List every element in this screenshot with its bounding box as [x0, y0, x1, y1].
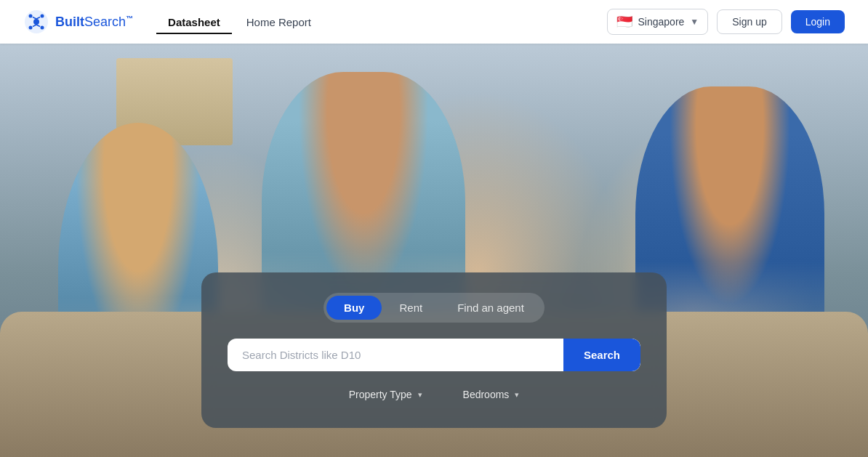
search-widget: Buy Rent Find an agent Search Property T… [201, 272, 667, 428]
tab-buy[interactable]: Buy [326, 296, 382, 320]
logo[interactable]: BuiltSearch™ [23, 9, 133, 35]
property-type-chevron-icon: ▾ [418, 390, 422, 400]
bedrooms-label: Bedrooms [463, 389, 510, 400]
country-name: Singapore [638, 16, 685, 28]
svg-point-2 [29, 15, 33, 18]
bedrooms-chevron-icon: ▾ [515, 390, 519, 400]
nav-links: Datasheet Home Report [156, 10, 606, 34]
bedrooms-filter[interactable]: Bedrooms ▾ [454, 384, 529, 405]
hero: Buy Rent Find an agent Search Property T… [0, 0, 868, 457]
nav-home-report[interactable]: Home Report [235, 10, 323, 34]
property-type-filter[interactable]: Property Type ▾ [340, 384, 431, 405]
tab-find-agent[interactable]: Find an agent [440, 296, 542, 320]
login-button[interactable]: Login [791, 10, 845, 33]
search-tabs: Buy Rent Find an agent [324, 293, 544, 323]
svg-point-1 [33, 19, 39, 25]
nav-right: 🇸🇬 Singapore ▼ Sign up Login [607, 9, 845, 35]
property-type-label: Property Type [349, 389, 412, 400]
signup-button[interactable]: Sign up [717, 9, 781, 34]
logo-text: BuiltSearch™ [55, 15, 133, 30]
svg-point-5 [41, 26, 44, 30]
svg-point-4 [29, 26, 33, 30]
chevron-down-icon: ▼ [690, 17, 699, 27]
svg-point-3 [41, 15, 44, 18]
nav-datasheet[interactable]: Datasheet [156, 10, 232, 34]
tab-rent[interactable]: Rent [382, 296, 440, 320]
search-button[interactable]: Search [563, 339, 640, 371]
search-bar: Search [228, 339, 640, 371]
filter-row: Property Type ▾ Bedrooms ▾ [228, 384, 640, 405]
navbar: BuiltSearch™ Datasheet Home Report 🇸🇬 Si… [0, 0, 868, 44]
flag-icon: 🇸🇬 [616, 14, 632, 30]
search-input[interactable] [228, 339, 563, 371]
logo-icon [23, 9, 49, 35]
country-selector[interactable]: 🇸🇬 Singapore ▼ [607, 9, 709, 35]
